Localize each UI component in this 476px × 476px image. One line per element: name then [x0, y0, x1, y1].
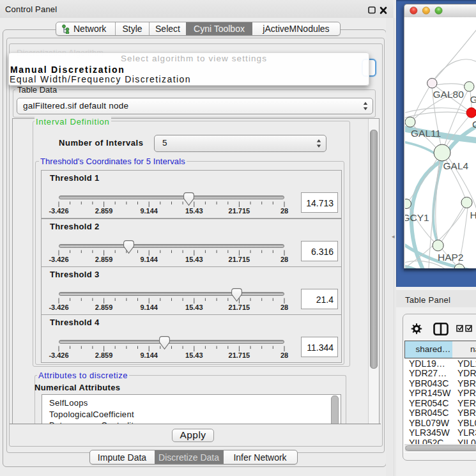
- svg-text:GCY1: GCY1: [405, 212, 429, 223]
- svg-text:GA: GA: [470, 94, 476, 105]
- svg-text:GAL11: GAL11: [411, 128, 441, 139]
- svg-text:HAP2: HAP2: [438, 252, 464, 263]
- svg-text:HA: HA: [470, 210, 476, 220]
- svg-text:GAL4: GAL4: [443, 160, 469, 171]
- svg-text:GAL80: GAL80: [433, 89, 464, 100]
- svg-text:CR: CR: [472, 119, 476, 130]
